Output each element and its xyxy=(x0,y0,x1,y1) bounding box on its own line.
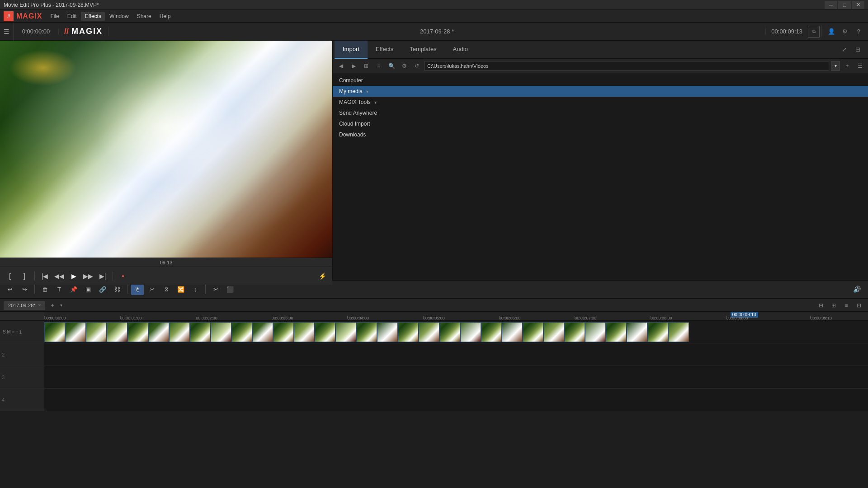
delete-button[interactable]: 🗑 xyxy=(38,283,51,295)
clip-thumb[interactable] xyxy=(647,322,668,342)
cut-button[interactable]: ✂ xyxy=(146,283,158,295)
next-clip-button[interactable]: ▶| xyxy=(96,270,109,282)
settings-button[interactable]: ⚙ xyxy=(839,26,851,38)
panel-add-button[interactable]: + xyxy=(842,61,853,71)
menu-item-share[interactable]: Share xyxy=(133,12,155,21)
menu-item-window[interactable]: Window xyxy=(106,12,132,21)
clip-thumb[interactable] xyxy=(211,322,231,342)
track-content-2[interactable] xyxy=(44,343,868,366)
clip-thumb[interactable] xyxy=(169,322,190,342)
panel-view-button[interactable]: ☰ xyxy=(854,61,865,71)
tab-templates[interactable]: Templates xyxy=(401,41,444,59)
time-stretch-button[interactable]: ⧖ xyxy=(160,283,173,295)
menu-item-help[interactable]: Help xyxy=(156,12,175,21)
media-item-computer[interactable]: Computer xyxy=(333,75,868,86)
media-item-my-media[interactable]: My media ▾ xyxy=(333,86,868,97)
clip-thumb[interactable] xyxy=(335,322,356,342)
clip-thumb[interactable] xyxy=(668,322,689,342)
clip-thumb[interactable] xyxy=(44,322,65,342)
select-tool-button[interactable]: 🖱 xyxy=(131,283,144,295)
clip-thumb[interactable] xyxy=(127,322,148,342)
clip-thumb[interactable] xyxy=(502,322,523,342)
clip-thumb[interactable] xyxy=(107,322,127,342)
maximize-button[interactable]: □ xyxy=(838,1,851,9)
clip-thumb[interactable] xyxy=(190,322,211,342)
play-button[interactable]: ▶ xyxy=(67,270,80,282)
marker-button[interactable]: 📌 xyxy=(67,283,80,295)
redo-button[interactable]: ↪ xyxy=(18,283,31,295)
multicam-button[interactable]: 🔀 xyxy=(175,283,187,295)
timeline-view-4[interactable]: ⊡ xyxy=(854,300,864,310)
bracket-open-button[interactable]: [ xyxy=(4,270,16,282)
clip-thumb[interactable] xyxy=(231,322,252,342)
media-item-cloud-import[interactable]: Cloud Import xyxy=(333,118,868,129)
window-toggle-button[interactable]: ⧉ xyxy=(808,26,820,38)
tab-close-button[interactable]: × xyxy=(38,303,41,308)
clip-thumb[interactable] xyxy=(481,322,502,342)
timeline-view-2[interactable]: ⊞ xyxy=(828,300,839,310)
lightning-button[interactable]: ⚡ xyxy=(316,270,329,282)
clip-thumb[interactable] xyxy=(564,322,585,342)
nav-grid-button[interactable]: ⊞ xyxy=(361,61,372,71)
razor-button[interactable]: ✂ xyxy=(209,283,222,295)
volume-icon[interactable]: 🔊 xyxy=(849,286,864,293)
tab-audio[interactable]: Audio xyxy=(445,41,476,59)
prev-clip-button[interactable]: |◀ xyxy=(38,270,51,282)
clip-thumb[interactable] xyxy=(419,322,439,342)
clip-thumb[interactable] xyxy=(273,322,294,342)
timeline-view-3[interactable]: ≡ xyxy=(841,300,852,310)
clip-thumb[interactable] xyxy=(460,322,481,342)
clip-thumb[interactable] xyxy=(148,322,169,342)
record-button[interactable]: ● xyxy=(117,270,129,282)
timeline-view-1[interactable]: ⊟ xyxy=(816,300,826,310)
clip-thumb[interactable] xyxy=(627,322,647,342)
profile-button[interactable]: 👤 xyxy=(826,26,837,38)
path-input[interactable] xyxy=(424,61,829,71)
menu-item-effects[interactable]: Effects xyxy=(81,12,104,21)
clip-thumb[interactable] xyxy=(294,322,315,342)
track-content-3[interactable] xyxy=(44,366,868,388)
tab-import[interactable]: Import xyxy=(335,41,368,59)
clip-thumb[interactable] xyxy=(86,322,107,342)
nav-settings-button[interactable]: ⚙ xyxy=(399,61,410,71)
insert-button[interactable]: ⬛ xyxy=(224,283,236,295)
undo-button[interactable]: ↩ xyxy=(4,283,16,295)
track-content-1[interactable] xyxy=(44,321,868,343)
nav-back-button[interactable]: ◀ xyxy=(335,61,346,71)
menu-item-file[interactable]: File xyxy=(47,12,62,21)
clip-thumb[interactable] xyxy=(65,322,86,342)
hamburger-menu[interactable]: ☰ xyxy=(0,23,14,41)
tab-effects[interactable]: Effects xyxy=(368,41,402,59)
clip-thumb[interactable] xyxy=(398,322,419,342)
split-button[interactable]: ↕ xyxy=(189,283,202,295)
clip-thumb[interactable] xyxy=(252,322,273,342)
panel-expand-button[interactable]: ⤢ xyxy=(838,44,850,56)
clip-thumb[interactable] xyxy=(585,322,606,342)
clip-thumb[interactable] xyxy=(377,322,398,342)
magnet-button[interactable]: 🔗 xyxy=(96,283,109,295)
clip-thumb[interactable] xyxy=(543,322,564,342)
project-tab[interactable]: 2017-09-28* × xyxy=(4,301,45,310)
nav-search-button[interactable]: 🔍 xyxy=(386,61,397,71)
text-button[interactable]: T xyxy=(53,283,66,295)
add-tab-button[interactable]: + xyxy=(49,302,56,309)
track-content-4[interactable] xyxy=(44,389,868,411)
media-item-downloads[interactable]: Downloads xyxy=(333,129,868,140)
panel-split-button[interactable]: ⊟ xyxy=(852,44,863,56)
clip-thumb[interactable] xyxy=(315,322,335,342)
menu-item-edit[interactable]: Edit xyxy=(64,12,80,21)
media-item-send-anywhere[interactable]: Send Anywhere xyxy=(333,108,868,118)
clip-thumb[interactable] xyxy=(439,322,460,342)
prev-frame-button[interactable]: ◀◀ xyxy=(53,270,66,282)
media-item-magix-tools[interactable]: MAGIX Tools ▾ xyxy=(333,97,868,108)
clip-thumb[interactable] xyxy=(356,322,377,342)
help-header-button[interactable]: ? xyxy=(853,26,864,38)
chain-button[interactable]: ⛓ xyxy=(111,283,123,295)
tab-dropdown-button[interactable]: ▾ xyxy=(60,303,62,308)
close-button[interactable]: ✕ xyxy=(852,1,864,9)
clip-thumb[interactable] xyxy=(606,322,627,342)
clip-thumb[interactable] xyxy=(523,322,543,342)
bracket-close-button[interactable]: ] xyxy=(18,270,31,282)
path-dropdown[interactable]: ▾ xyxy=(831,61,840,71)
group-button[interactable]: ▣ xyxy=(82,283,94,295)
